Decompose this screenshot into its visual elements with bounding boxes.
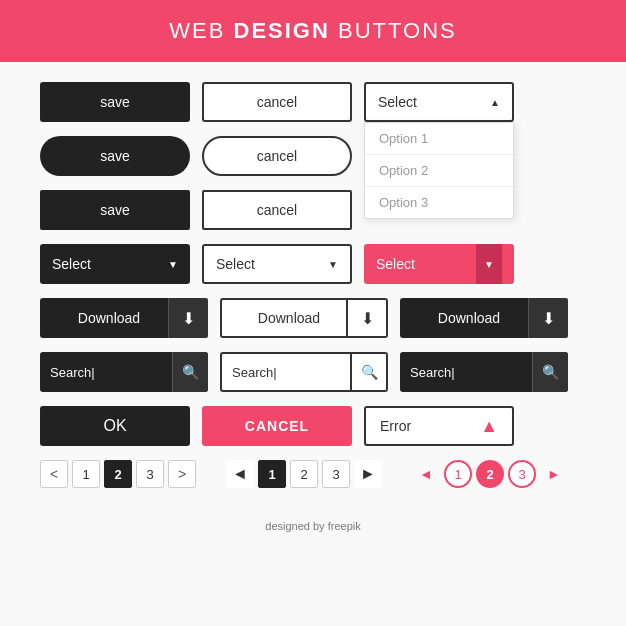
brand-logo: freepik [328,520,361,532]
search-icon-outline: 🔍 [350,352,386,392]
download-button-dark-2[interactable]: Download ⬇ [400,298,568,338]
download-icon-dark: ⬇ [168,298,208,338]
page-3-1[interactable]: 3 [136,460,164,488]
row-pagination: < 1 2 3 > ◄ 1 2 3 ► ◄ 1 2 3 ► [40,460,586,488]
cancel-button-flat[interactable]: cancel [202,190,352,230]
footer: designed by freepik [0,520,626,532]
dropdown-option-3[interactable]: Option 3 [365,187,513,218]
search-icon-dark-2: 🔍 [532,352,568,392]
page-header: WEB DESIGN BUTTONS [0,0,626,62]
pagination-outline: < 1 2 3 > [40,460,196,488]
pagination-dark: ◄ 1 2 3 ► [226,460,382,488]
select-outline[interactable]: Select ▼ [202,244,352,284]
select-trigger-open[interactable]: Select ▲ [364,82,514,122]
select-pink[interactable]: Select ▼ [364,244,514,284]
page-3-2[interactable]: 3 [322,460,350,488]
chevron-down-icon-dark: ▼ [168,259,178,270]
download-button-outline[interactable]: Download ⬇ [220,298,388,338]
ok-button[interactable]: OK [40,406,190,446]
error-triangle-icon: ▲ [480,416,498,437]
search-input-dark[interactable]: Search| 🔍 [40,352,208,392]
save-button-flat[interactable]: save [40,190,190,230]
page-1-2[interactable]: 1 [258,460,286,488]
page-1-1[interactable]: 1 [72,460,100,488]
page-next-1[interactable]: > [168,460,196,488]
cancel-pink-button[interactable]: CANCEL [202,406,352,446]
save-button-square[interactable]: save [40,82,190,122]
row-download: Download ⬇ Download ⬇ Download ⬇ [40,298,586,338]
select-dark[interactable]: Select ▼ [40,244,190,284]
chevron-up-icon: ▲ [490,97,500,108]
dropdown-option-2[interactable]: Option 2 [365,155,513,187]
save-button-pill[interactable]: save [40,136,190,176]
search-input-dark-2[interactable]: Search| 🔍 [400,352,568,392]
page-1-3[interactable]: 1 [444,460,472,488]
pagination-pink: ◄ 1 2 3 ► [412,460,568,488]
dropdown-option-1[interactable]: Option 1 [365,123,513,155]
page-next-3[interactable]: ► [540,460,568,488]
dropdown-menu: Option 1 Option 2 Option 3 [364,122,514,219]
cancel-button-pill[interactable]: cancel [202,136,352,176]
page-prev-1[interactable]: < [40,460,68,488]
search-input-outline[interactable]: Search| 🔍 [220,352,388,392]
row-action: OK CANCEL Error ▲ [40,406,586,446]
chevron-down-icon-outline: ▼ [328,259,338,270]
page-2-3[interactable]: 2 [476,460,504,488]
download-icon-dark-2: ⬇ [528,298,568,338]
row-1: save cancel Select ▲ Option 1 Option 2 O… [40,82,586,122]
download-button-dark[interactable]: Download ⬇ [40,298,208,338]
row-select: Select ▼ Select ▼ Select ▼ [40,244,586,284]
page-prev-2[interactable]: ◄ [226,460,254,488]
select-dropdown-open[interactable]: Select ▲ Option 1 Option 2 Option 3 [364,82,514,122]
download-icon-outline: ⬇ [346,298,386,338]
page-next-2[interactable]: ► [354,460,382,488]
page-2-2[interactable]: 2 [290,460,318,488]
chevron-down-icon-pink: ▼ [476,244,502,284]
page-2-1[interactable]: 2 [104,460,132,488]
page-prev-3[interactable]: ◄ [412,460,440,488]
page-3-3[interactable]: 3 [508,460,536,488]
row-search: Search| 🔍 Search| 🔍 Search| 🔍 [40,352,586,392]
header-text: WEB DESIGN BUTTONS [169,18,456,43]
cancel-button-square[interactable]: cancel [202,82,352,122]
error-button[interactable]: Error ▲ [364,406,514,446]
main-content: save cancel Select ▲ Option 1 Option 2 O… [0,62,626,512]
search-icon-dark: 🔍 [172,352,208,392]
